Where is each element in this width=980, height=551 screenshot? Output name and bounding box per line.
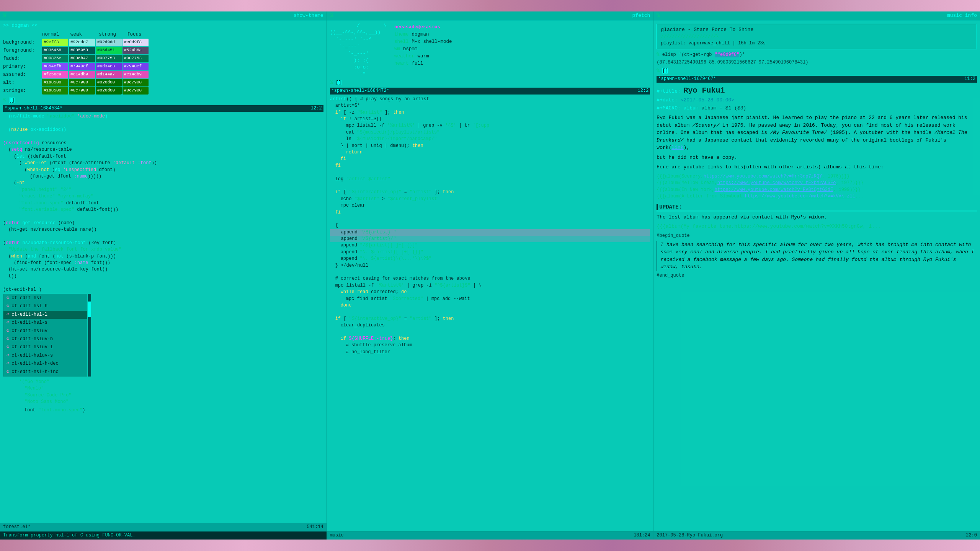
th-strong: strong <box>99 31 126 38</box>
term1-footer-right: 541:14 <box>307 524 323 530</box>
term3-footer-left: 2017-05-28-Ryo_Fukui.org <box>657 532 723 539</box>
term1-status: Transform property hsl-l of C using FUNC… <box>0 531 327 540</box>
autocomplete-popup[interactable]: ⊙ct-edit-hsl ⊙ct-edit-hsl-h ⊙ct-edit-hsl… <box>3 294 87 377</box>
update-heading: UPDATE: <box>657 204 682 210</box>
org-albums: {{{album(Scenery,https://www.youtube.com… <box>657 173 977 200</box>
org-title: Ryo Fukui <box>684 86 725 95</box>
ac-item-9[interactable]: ⊙ct-edit-hsl-h-dec <box>3 360 87 368</box>
org-update-body: The lost album has appeared via contact … <box>657 214 977 221</box>
scrollbar-thumb[interactable] <box>88 302 91 317</box>
org-album-link: {{{album(My favorite tune,https://www.yo… <box>657 223 977 230</box>
album-4: {{{album(A Letter from Slowboat,https://… <box>657 193 977 200</box>
org-date-line: #+date: <2017-05-28 00:00> <box>657 97 977 104</box>
org-content: #+title: Ryo Fukui #+date: <2017-05-28 0… <box>657 85 977 279</box>
fg-sw3: #06d451 <box>96 47 122 54</box>
pfetch-shell-key: shell <box>394 38 409 45</box>
ac-item-8[interactable]: ⊙ct-edit-hsluv-s <box>3 352 87 360</box>
ac-item-10[interactable]: ⊙ct-edit-hsl-h-inc <box>3 368 87 376</box>
pfetch-heart-row: heart full <box>394 60 452 67</box>
al-sw3: #026d00 <box>96 79 122 86</box>
fd-sw1: #00825e <box>42 55 68 62</box>
pfetch-heart-key: heart <box>394 60 409 67</box>
org-body-1: Ryo Fukui was a Japanese jazz pianist. H… <box>657 114 977 152</box>
st-sw4: #0e7900 <box>122 87 149 95</box>
modeline2-left: *spawn-shell-1684472* <box>332 88 389 94</box>
term2-footer-left: music <box>330 532 344 539</box>
modeline2-right: 12:2 <box>638 88 649 94</box>
org-title-line: #+title: Ryo Fukui <box>657 85 977 96</box>
fg-sw4: #524b6a <box>122 47 149 54</box>
flower-band-bottom <box>0 540 980 551</box>
pfetch-wm-val: bspmm <box>403 46 418 52</box>
pfetch-user-row: neeasade@erasmus <box>394 24 452 31</box>
pfetch-art: / \ ((__-^^-,^^-,__)) `-_---' `--^ `-_--… <box>330 22 387 78</box>
fg-sw2: #005953 <box>69 47 95 54</box>
primary-label: primary: <box>3 63 41 70</box>
th-normal: normal <box>42 31 70 38</box>
music-playlist: playlist: vaporwave_chill | 16h 1m 23s <box>661 40 973 47</box>
album-3: {{{album(In New York,https://www.youtube… <box>657 187 977 193</box>
pfetch-heart-val: full <box>412 60 423 67</box>
org-update-title: UPDATE: <box>657 203 977 211</box>
pfetch-weather-key: weather <box>394 53 415 60</box>
modeline1-left: *spawn-shell-1684534* <box>5 105 62 112</box>
org-quote-section: #begin_quote I have been searching for t… <box>657 233 977 279</box>
ac-item-4[interactable]: ⊙ct-edit-hsl-s <box>3 319 87 327</box>
th-weak: weak <box>70 31 98 38</box>
term1-prompt: % <box>3 12 6 20</box>
ac-item-3[interactable]: ⊙ct-edit-hsl-l <box>3 311 87 319</box>
pr-sw4: #7940ef <box>122 63 149 70</box>
term1-footer-left: forest.el* <box>3 524 31 530</box>
ac-item-1[interactable]: ⊙ct-edit-hsl <box>3 294 87 302</box>
ac-item-6[interactable]: ⊙ct-edit-hsluv-h <box>3 335 87 343</box>
alt-label: alt: <box>3 79 41 86</box>
font-list: '("Go Mono" "Menlo" "Source Code Pro" "N… <box>3 379 323 406</box>
terminals-row: % show-theme >> dogman << normal weak st… <box>0 11 980 540</box>
alt-row: alt: #1a8500 #0e7900 #026d00 #0e7900 <box>3 79 323 86</box>
prompt-empty: % [] <box>3 97 323 104</box>
ac-item-2[interactable]: ⊙ct-edit-hsl-h <box>3 302 87 310</box>
begin-quote: #begin_quote <box>657 233 977 239</box>
modeline1-right: 12:2 <box>311 105 322 112</box>
fd-sw3: #007753 <box>96 55 122 62</box>
elisp-cmd: elisp '(ct-get-rgb "#e0d9f8")' <box>662 52 745 57</box>
bg-sw2: #92ede7 <box>69 39 95 46</box>
pfetch-wm-key: wm <box>394 46 400 52</box>
st-sw1: #1a8500 <box>42 87 68 95</box>
elisp-section: % elisp '(ct-get-rgb "#e0d9f8")' (87.843… <box>657 52 977 66</box>
as-sw3: #d144a7 <box>96 71 122 78</box>
org-update-section: UPDATE: The lost album has appeared via … <box>657 203 977 221</box>
ac-item-7[interactable]: ⊙ct-edit-hsluv-l <box>3 343 87 351</box>
scrollbar[interactable] <box>88 294 91 377</box>
term3-footer: 2017-05-28-Ryo_Fukui.org 22:0 <box>653 531 980 540</box>
org-date: <2017-05-28 00:00> <box>681 97 734 103</box>
ac-item-5[interactable]: ⊙ct-edit-hsluv <box>3 327 87 335</box>
faded-label: faded: <box>3 55 41 62</box>
term3-body[interactable]: glaciare - Stars Force To Shine ////////… <box>653 21 980 531</box>
as-sw1: #f256c9 <box>42 71 68 78</box>
pfetch-info: neeasade@erasmus theme dogman shell M-x … <box>394 22 452 78</box>
elisp-prompt-2: % [] <box>657 67 977 74</box>
org-quote-text: I have been searching for this specific … <box>657 241 977 271</box>
term3-footer-right: 22:0 <box>966 532 977 539</box>
org-macro-line: #+MACRO: album album - $1 ($3) <box>657 105 977 112</box>
theme-headers: normal weak strong focus <box>3 31 323 38</box>
assumed-row: assumed: #f256c9 #e14db9 #d144a7 #e14db9 <box>3 71 323 78</box>
pfetch-prompt: % [] <box>330 79 650 86</box>
flower-band-top <box>0 0 980 11</box>
pfetch-wm-row: wm bspmm <box>394 46 452 52</box>
pfetch-shell-val: M-x shell-mode <box>412 38 452 45</box>
as-sw4: #e14db9 <box>122 71 149 78</box>
pr-sw3: #6d34e3 <box>96 63 122 70</box>
pfetch-display: / \ ((__-^^-,^^-,__)) `-_---' `--^ `-_--… <box>330 22 650 78</box>
th-focus: focus <box>127 31 155 38</box>
term2-body[interactable]: / \ ((__-^^-,^^-,__)) `-_---' `--^ `-_--… <box>327 21 653 531</box>
hl-append1: append "/${artist} " <box>330 229 650 236</box>
strings-row: strings: #1a8500 #0e7900 #026d00 #0e7900 <box>3 87 323 95</box>
term1-body[interactable]: >> dogman << normal weak strong focus ba… <box>0 21 327 523</box>
bg-label: background: <box>3 39 41 46</box>
music-title: glaciare - Stars Force To Shine <box>661 26 973 34</box>
term1-title: show-theme <box>294 12 323 20</box>
code-block-2: artist() { # play songs by an artist art… <box>330 96 650 355</box>
pr-sw1: #854cfb <box>42 63 68 70</box>
